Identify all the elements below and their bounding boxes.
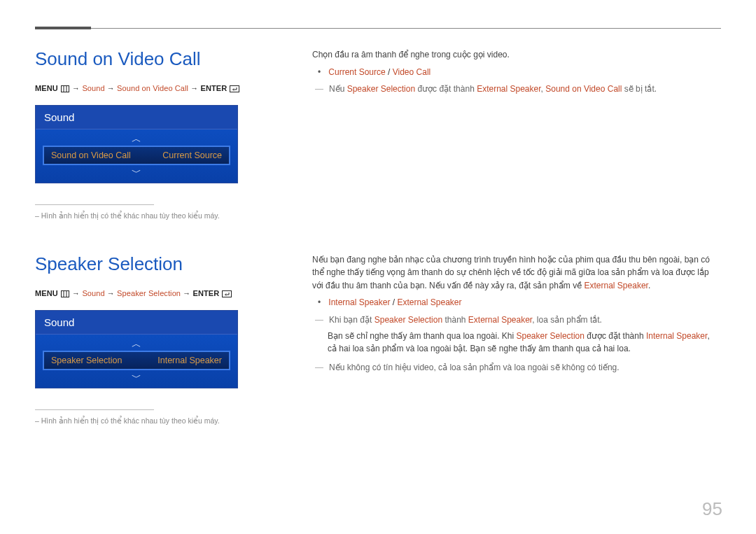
svg-rect-0 bbox=[61, 86, 69, 92]
section-title: Speaker Selection bbox=[35, 253, 273, 275]
enter-icon bbox=[230, 85, 239, 94]
intro-text: Chọn đầu ra âm thanh để nghe trong cuộc … bbox=[312, 48, 721, 62]
screenshot-header: Sound bbox=[36, 311, 237, 335]
option-bullet: Current Source / Video Call bbox=[318, 66, 721, 79]
menu-label: MENU bbox=[35, 289, 58, 297]
menu-screenshot: Sound ︿ Sound on Video Call Current Sour… bbox=[35, 105, 238, 183]
svg-rect-4 bbox=[61, 290, 69, 297]
screenshot-row: Speaker Selection Internal Speaker bbox=[43, 351, 230, 370]
menu-path: MENU → Sound → Speaker Selection → ENTER bbox=[35, 289, 273, 299]
chevron-up-icon: ︿ bbox=[43, 134, 230, 143]
option-bullet: Internal Speaker / External Speaker bbox=[318, 296, 721, 309]
row-value: Current Source bbox=[162, 150, 222, 160]
enter-icon bbox=[222, 290, 232, 299]
page-number: 95 bbox=[702, 498, 722, 520]
note-line: ― Nếu không có tín hiệu video, cả loa sả… bbox=[315, 361, 721, 374]
caption: – Hình ảnh hiển thị có thể khác nhau tùy… bbox=[35, 416, 273, 426]
chevron-up-icon: ︿ bbox=[43, 339, 230, 349]
divider bbox=[35, 409, 154, 410]
row-label: Sound on Video Call bbox=[51, 150, 131, 160]
menu-grid-icon bbox=[61, 85, 69, 94]
caption: – Hình ảnh hiển thị có thể khác nhau tùy… bbox=[35, 211, 273, 221]
note-sub: Bạn sẽ chỉ nghe thấy âm thanh qua loa ng… bbox=[328, 330, 721, 356]
menu-screenshot: Sound ︿ Speaker Selection Internal Speak… bbox=[35, 310, 238, 388]
screenshot-header: Sound bbox=[36, 106, 237, 129]
header-rule bbox=[35, 28, 721, 29]
chevron-down-icon: ﹀ bbox=[43, 372, 230, 382]
menu-label: MENU bbox=[35, 84, 58, 92]
section-speaker-selection: Speaker Selection MENU → Sound → Speaker… bbox=[35, 253, 721, 426]
note-line: ― Khi bạn đặt Speaker Selection thành Ex… bbox=[315, 314, 721, 327]
menu-grid-icon bbox=[61, 290, 69, 299]
section-title: Sound on Video Call bbox=[35, 48, 273, 70]
screenshot-row: Sound on Video Call Current Source bbox=[43, 146, 230, 165]
svg-rect-7 bbox=[223, 290, 232, 297]
paragraph: Nếu bạn đang nghe bản nhạc của chương tr… bbox=[312, 253, 721, 293]
note-line: ― Nếu Speaker Selection được đặt thành E… bbox=[315, 83, 721, 96]
row-label: Speaker Selection bbox=[51, 356, 122, 365]
menu-path: MENU → Sound → Sound on Video Call → ENT… bbox=[35, 84, 273, 94]
svg-rect-3 bbox=[230, 86, 239, 92]
section-sound-on-video-call: Sound on Video Call MENU → Sound → Sound… bbox=[35, 48, 721, 221]
chevron-down-icon: ﹀ bbox=[43, 167, 230, 177]
divider bbox=[35, 204, 154, 205]
row-value: Internal Speaker bbox=[158, 356, 222, 365]
